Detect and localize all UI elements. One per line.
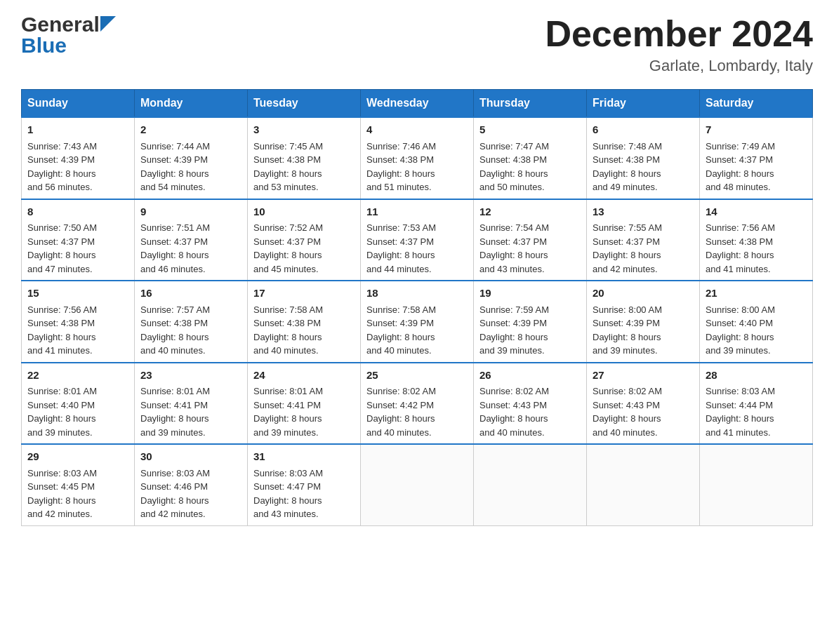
day-info: Sunrise: 7:49 AMSunset: 4:37 PMDaylight:…: [706, 141, 775, 193]
calendar-week-row: 22Sunrise: 8:01 AMSunset: 4:40 PMDayligh…: [22, 363, 813, 445]
calendar-week-row: 1Sunrise: 7:43 AMSunset: 4:39 PMDaylight…: [22, 117, 813, 199]
day-info: Sunrise: 7:43 AMSunset: 4:39 PMDaylight:…: [27, 141, 97, 193]
calendar-day-cell: 29Sunrise: 8:03 AMSunset: 4:45 PMDayligh…: [22, 444, 135, 525]
calendar-day-cell: 4Sunrise: 7:46 AMSunset: 4:38 PMDaylight…: [361, 117, 474, 199]
calendar-day-cell: 30Sunrise: 8:03 AMSunset: 4:46 PMDayligh…: [135, 444, 248, 525]
day-info: Sunrise: 7:56 AMSunset: 4:38 PMDaylight:…: [706, 222, 775, 274]
calendar-day-cell: 5Sunrise: 7:47 AMSunset: 4:38 PMDaylight…: [474, 117, 587, 199]
day-number: 13: [593, 204, 694, 220]
weekday-header-tuesday: Tuesday: [248, 90, 361, 118]
calendar-day-cell: 9Sunrise: 7:51 AMSunset: 4:37 PMDaylight…: [135, 199, 248, 281]
calendar-day-cell: 18Sunrise: 7:58 AMSunset: 4:39 PMDayligh…: [361, 281, 474, 363]
calendar-day-cell: 12Sunrise: 7:54 AMSunset: 4:37 PMDayligh…: [474, 199, 587, 281]
month-title: December 2024: [545, 14, 813, 54]
day-number: 23: [140, 368, 241, 384]
day-number: 22: [27, 368, 128, 384]
day-info: Sunrise: 7:52 AMSunset: 4:37 PMDaylight:…: [253, 222, 323, 274]
calendar-day-cell: 11Sunrise: 7:53 AMSunset: 4:37 PMDayligh…: [361, 199, 474, 281]
day-number: 14: [706, 204, 807, 220]
day-number: 10: [253, 204, 355, 220]
day-info: Sunrise: 7:58 AMSunset: 4:39 PMDaylight:…: [366, 304, 436, 356]
day-info: Sunrise: 7:51 AMSunset: 4:37 PMDaylight:…: [140, 222, 210, 274]
day-number: 5: [479, 122, 581, 138]
day-info: Sunrise: 8:00 AMSunset: 4:40 PMDaylight:…: [706, 304, 775, 356]
calendar-day-cell: 15Sunrise: 7:56 AMSunset: 4:38 PMDayligh…: [22, 281, 135, 363]
calendar-day-cell: [474, 444, 587, 525]
day-info: Sunrise: 8:01 AMSunset: 4:40 PMDaylight:…: [27, 386, 97, 438]
calendar-day-cell: 6Sunrise: 7:48 AMSunset: 4:38 PMDaylight…: [587, 117, 700, 199]
calendar-week-row: 15Sunrise: 7:56 AMSunset: 4:38 PMDayligh…: [22, 281, 813, 363]
day-info: Sunrise: 7:58 AMSunset: 4:38 PMDaylight:…: [253, 304, 323, 356]
calendar-day-cell: 16Sunrise: 7:57 AMSunset: 4:38 PMDayligh…: [135, 281, 248, 363]
day-number: 18: [366, 286, 468, 302]
calendar-week-row: 29Sunrise: 8:03 AMSunset: 4:45 PMDayligh…: [22, 444, 813, 525]
calendar-day-cell: 27Sunrise: 8:02 AMSunset: 4:43 PMDayligh…: [587, 363, 700, 445]
calendar-day-cell: 28Sunrise: 8:03 AMSunset: 4:44 PMDayligh…: [700, 363, 813, 445]
calendar-week-row: 8Sunrise: 7:50 AMSunset: 4:37 PMDaylight…: [22, 199, 813, 281]
location-title: Garlate, Lombardy, Italy: [545, 57, 813, 75]
calendar-day-cell: 26Sunrise: 8:02 AMSunset: 4:43 PMDayligh…: [474, 363, 587, 445]
day-number: 20: [593, 286, 694, 302]
day-info: Sunrise: 8:02 AMSunset: 4:43 PMDaylight:…: [593, 386, 662, 438]
calendar-day-cell: 2Sunrise: 7:44 AMSunset: 4:39 PMDaylight…: [135, 117, 248, 199]
day-info: Sunrise: 7:56 AMSunset: 4:38 PMDaylight:…: [27, 304, 97, 356]
calendar-table: SundayMondayTuesdayWednesdayThursdayFrid…: [21, 89, 813, 526]
calendar-day-cell: 21Sunrise: 8:00 AMSunset: 4:40 PMDayligh…: [700, 281, 813, 363]
weekday-header-wednesday: Wednesday: [361, 90, 474, 118]
day-info: Sunrise: 8:00 AMSunset: 4:39 PMDaylight:…: [593, 304, 662, 356]
day-number: 9: [140, 204, 241, 220]
day-info: Sunrise: 7:46 AMSunset: 4:38 PMDaylight:…: [366, 141, 436, 193]
calendar-day-cell: [587, 444, 700, 525]
logo-content: General Blue: [21, 14, 116, 56]
calendar-day-cell: 13Sunrise: 7:55 AMSunset: 4:37 PMDayligh…: [587, 199, 700, 281]
day-info: Sunrise: 8:03 AMSunset: 4:44 PMDaylight:…: [706, 386, 775, 438]
calendar-day-cell: 10Sunrise: 7:52 AMSunset: 4:37 PMDayligh…: [248, 199, 361, 281]
day-info: Sunrise: 7:53 AMSunset: 4:37 PMDaylight:…: [366, 222, 436, 274]
day-number: 17: [253, 286, 355, 302]
calendar-day-cell: [700, 444, 813, 525]
day-info: Sunrise: 7:57 AMSunset: 4:38 PMDaylight:…: [140, 304, 210, 356]
calendar-day-cell: 17Sunrise: 7:58 AMSunset: 4:38 PMDayligh…: [248, 281, 361, 363]
calendar-day-cell: 7Sunrise: 7:49 AMSunset: 4:37 PMDaylight…: [700, 117, 813, 199]
day-number: 3: [253, 122, 355, 138]
day-number: 12: [479, 204, 581, 220]
day-number: 26: [479, 368, 581, 384]
day-info: Sunrise: 8:03 AMSunset: 4:47 PMDaylight:…: [253, 468, 323, 520]
weekday-header-friday: Friday: [587, 90, 700, 118]
calendar-day-cell: 14Sunrise: 7:56 AMSunset: 4:38 PMDayligh…: [700, 199, 813, 281]
day-info: Sunrise: 8:03 AMSunset: 4:45 PMDaylight:…: [27, 468, 97, 520]
weekday-header-sunday: Sunday: [22, 90, 135, 118]
day-number: 2: [140, 122, 241, 138]
calendar-day-cell: 1Sunrise: 7:43 AMSunset: 4:39 PMDaylight…: [22, 117, 135, 199]
calendar-day-cell: 31Sunrise: 8:03 AMSunset: 4:47 PMDayligh…: [248, 444, 361, 525]
day-info: Sunrise: 7:50 AMSunset: 4:37 PMDaylight:…: [27, 222, 97, 274]
day-info: Sunrise: 8:02 AMSunset: 4:43 PMDaylight:…: [479, 386, 549, 438]
day-number: 28: [706, 368, 807, 384]
logo-blue-text: Blue: [21, 35, 116, 56]
day-info: Sunrise: 7:54 AMSunset: 4:37 PMDaylight:…: [479, 222, 549, 274]
day-number: 16: [140, 286, 241, 302]
day-number: 21: [706, 286, 807, 302]
day-number: 4: [366, 122, 468, 138]
calendar-day-cell: 20Sunrise: 8:00 AMSunset: 4:39 PMDayligh…: [587, 281, 700, 363]
day-number: 19: [479, 286, 581, 302]
day-number: 11: [366, 204, 468, 220]
day-info: Sunrise: 7:59 AMSunset: 4:39 PMDaylight:…: [479, 304, 549, 356]
day-info: Sunrise: 7:44 AMSunset: 4:39 PMDaylight:…: [140, 141, 210, 193]
calendar-day-cell: 22Sunrise: 8:01 AMSunset: 4:40 PMDayligh…: [22, 363, 135, 445]
day-number: 6: [593, 122, 694, 138]
day-info: Sunrise: 8:03 AMSunset: 4:46 PMDaylight:…: [140, 468, 210, 520]
day-number: 31: [253, 449, 355, 465]
logo: General Blue: [21, 14, 116, 56]
calendar-day-cell: 8Sunrise: 7:50 AMSunset: 4:37 PMDaylight…: [22, 199, 135, 281]
weekday-header-thursday: Thursday: [474, 90, 587, 118]
weekday-header-row: SundayMondayTuesdayWednesdayThursdayFrid…: [22, 90, 813, 118]
day-info: Sunrise: 7:47 AMSunset: 4:38 PMDaylight:…: [479, 141, 549, 193]
day-info: Sunrise: 8:01 AMSunset: 4:41 PMDaylight:…: [140, 386, 210, 438]
weekday-header-monday: Monday: [135, 90, 248, 118]
calendar-day-cell: 25Sunrise: 8:02 AMSunset: 4:42 PMDayligh…: [361, 363, 474, 445]
calendar-day-cell: [361, 444, 474, 525]
day-number: 30: [140, 449, 241, 465]
calendar-day-cell: 19Sunrise: 7:59 AMSunset: 4:39 PMDayligh…: [474, 281, 587, 363]
weekday-header-saturday: Saturday: [700, 90, 813, 118]
